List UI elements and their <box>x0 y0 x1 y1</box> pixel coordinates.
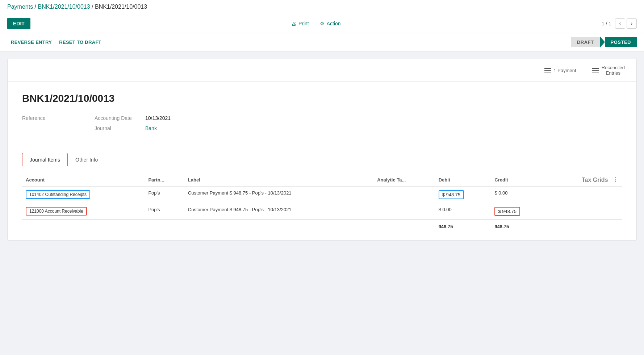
reconciled-label2: Entries <box>602 70 625 76</box>
row2-analytic <box>373 203 435 220</box>
reset-to-draft-button[interactable]: RESET TO DRAFT <box>55 37 105 47</box>
row2-partner: Pop's <box>145 203 184 220</box>
journal-items-table: Account Partn... Label Analytic Ta... De… <box>22 174 622 233</box>
reconciled-icon <box>592 68 599 72</box>
action-toolbar: EDIT 🖨 Print ⚙ Action 1 / 1 ‹ › <box>0 14 644 33</box>
breadcrumb-current: BNK1/2021/10/0013 <box>95 4 147 10</box>
print-link[interactable]: 🖨 Print <box>291 21 309 26</box>
form-fields: Reference Accounting Date 10/13/2021 Jou… <box>22 115 622 131</box>
left-fields: Reference <box>22 115 73 131</box>
breadcrumb-payments[interactable]: Payments <box>7 4 33 10</box>
journal-row: Journal Bank <box>95 125 171 131</box>
pagination: 1 / 1 <box>602 21 611 26</box>
lines-icon <box>544 68 551 72</box>
kebab-icon[interactable]: ⋮ <box>612 177 618 183</box>
main-content: 1 Payment Reconciled Entries BNK1/2021/1… <box>0 51 644 248</box>
row2-taxgrids <box>547 203 622 220</box>
row1-debit: $ 948.75 <box>435 187 491 203</box>
row2-debit: $ 0.00 <box>435 203 491 220</box>
row2-credit: $ 948.75 <box>491 203 547 220</box>
col-account: Account <box>22 174 145 187</box>
right-fields: Accounting Date 10/13/2021 Journal Bank <box>95 115 171 131</box>
reference-label: Reference <box>22 115 69 121</box>
tab-journal-items[interactable]: Journal Items <box>22 153 68 166</box>
reconciled-label: Reconciled <box>602 65 625 70</box>
accounting-date-row: Accounting Date 10/13/2021 <box>95 115 171 121</box>
reverse-entry-button[interactable]: REVERSE ENTRY <box>7 37 55 47</box>
col-debit: Debit <box>435 174 491 187</box>
status-bar-right: DRAFT POSTED <box>571 36 637 48</box>
action-link[interactable]: ⚙ Action <box>320 21 341 26</box>
row1-label: Customer Payment $ 948.75 - Pop's - 10/1… <box>184 187 373 203</box>
col-tax-grids: Tax Grids ⋮ <box>547 174 622 187</box>
breadcrumb: Payments / BNK1/2021/10/0013 / BNK1/2021… <box>0 0 644 14</box>
toolbar-center: 🖨 Print ⚙ Action <box>30 21 602 26</box>
smart-buttons: 1 Payment Reconciled Entries <box>8 59 636 82</box>
col-credit: Credit <box>491 174 547 187</box>
row1-account: 101402 Outstanding Receipts <box>22 187 145 203</box>
payment-smart-button[interactable]: 1 Payment <box>540 63 581 78</box>
nav-arrows: ‹ › <box>615 18 637 29</box>
prev-button[interactable]: ‹ <box>615 18 625 29</box>
col-partner: Partn... <box>145 174 184 187</box>
table-header-row: Account Partn... Label Analytic Ta... De… <box>22 174 622 187</box>
table-row: 121000 Account Receivable Pop's Customer… <box>22 203 622 220</box>
row1-credit: $ 0.00 <box>491 187 547 203</box>
table-section: Account Partn... Label Analytic Ta... De… <box>8 166 636 240</box>
record-title: BNK1/2021/10/0013 <box>22 93 622 104</box>
tabs-row: Journal Items Other Info <box>22 153 622 166</box>
toolbar-right: 1 / 1 ‹ › <box>602 18 637 29</box>
status-posted-pill[interactable]: POSTED <box>605 37 637 47</box>
journal-label: Journal <box>95 125 142 131</box>
row2-account: 121000 Account Receivable <box>22 203 145 220</box>
row1-taxgrids <box>547 187 622 203</box>
tab-other-info[interactable]: Other Info <box>68 153 105 166</box>
gear-icon: ⚙ <box>320 21 325 26</box>
accounting-date-label: Accounting Date <box>95 115 142 121</box>
status-arrow <box>600 36 605 48</box>
col-label: Label <box>184 174 373 187</box>
reference-row: Reference <box>22 115 73 121</box>
journal-value[interactable]: Bank <box>145 125 157 131</box>
reconciled-smart-button[interactable]: Reconciled Entries <box>588 63 629 78</box>
status-bar: REVERSE ENTRY RESET TO DRAFT DRAFT POSTE… <box>0 33 644 51</box>
row1-partner: Pop's <box>145 187 184 203</box>
row1-analytic <box>373 187 435 203</box>
print-label: Print <box>298 21 309 26</box>
status-draft-pill[interactable]: DRAFT <box>571 37 600 47</box>
table-row: 101402 Outstanding Receipts Pop's Custom… <box>22 187 622 203</box>
breadcrumb-journal[interactable]: BNK1/2021/10/0013 <box>38 4 90 10</box>
col-analytic: Analytic Ta... <box>373 174 435 187</box>
print-icon: 🖨 <box>291 21 296 26</box>
totals-row: 948.75 948.75 <box>22 220 622 233</box>
action-label: Action <box>327 21 341 26</box>
next-button[interactable]: › <box>627 18 637 29</box>
payment-smart-label: 1 Payment <box>554 68 576 73</box>
edit-button[interactable]: EDIT <box>7 18 30 29</box>
accounting-date-value: 10/13/2021 <box>145 115 171 121</box>
form-section: BNK1/2021/10/0013 Reference Accounting D… <box>8 82 636 153</box>
row2-label: Customer Payment $ 948.75 - Pop's - 10/1… <box>184 203 373 220</box>
total-credit: 948.75 <box>491 220 547 233</box>
total-debit: 948.75 <box>435 220 491 233</box>
main-card: 1 Payment Reconciled Entries BNK1/2021/1… <box>7 59 637 241</box>
